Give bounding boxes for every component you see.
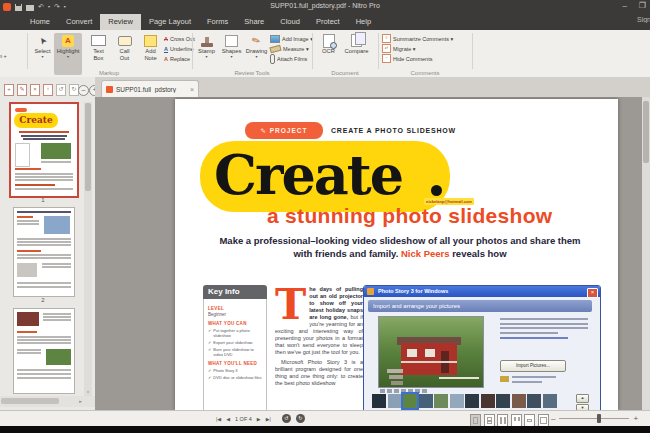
text-box-button[interactable]: Text Box (86, 33, 111, 61)
rotate-left-icon[interactable]: ↺ (56, 84, 66, 96)
article-paragraph-2: Microsoft Photo Story 3 is a brilliant p… (275, 359, 363, 387)
rotate-view-right-button[interactable]: ↻ (296, 414, 305, 423)
replace-button[interactable]: A Replace (164, 54, 190, 63)
document-view: ✎ PROJECT CREATE A PHOTO SLIDESHOW Creat… (95, 97, 642, 410)
thumbnail-zoom-out-icon[interactable]: – (78, 85, 89, 96)
window-title: SUPP01.full_pdstory.pdf - Nitro Pro (0, 2, 650, 9)
hide-comments-icon: − (382, 54, 391, 63)
tab-review[interactable]: Review (100, 14, 141, 30)
camera-caption (512, 376, 556, 385)
paperclip-icon (270, 54, 275, 64)
migrate-button[interactable]: ⇄ Migrate ▾ (382, 44, 416, 53)
measure-icon (269, 44, 281, 53)
thumb-headline: Create (14, 113, 58, 128)
zoom-control: – + (551, 414, 638, 423)
close-document-icon[interactable]: × (190, 86, 194, 93)
review-tools-group-label: Review Tools (194, 70, 310, 76)
tab-forms[interactable]: Forms (199, 14, 236, 30)
scroll-down-icon[interactable]: ∨ (84, 387, 92, 396)
markup-group: ➤ Select ▾ A Highlight ▾ Text Box Call O… (28, 30, 190, 77)
level-value: Beginner (208, 312, 262, 317)
level-label: LEVEL (208, 306, 262, 311)
tab-convert[interactable]: Convert (58, 14, 100, 30)
subtitle: a stunning photo slideshow (267, 204, 552, 228)
measure-button[interactable]: Measure ▾ (270, 44, 309, 53)
scroll-right-icon[interactable]: ▸ (76, 397, 85, 406)
pencil-icon: ✎ (261, 127, 267, 134)
underline-icon: A (164, 46, 168, 52)
summarize-comments-button[interactable]: ≡ Summarize Comments ▾ (382, 34, 453, 43)
thumbnail-zoom-in-icon[interactable]: + (89, 85, 95, 96)
page-number-1: 1 (8, 197, 78, 203)
document-scrollbar[interactable] (642, 97, 650, 410)
tab-protect[interactable]: Protect (308, 14, 348, 30)
zoom-out-button[interactable]: – (551, 414, 555, 423)
title-bar: ↶ ▾ ↷ ▾ SUPP01.full_pdstory.pdf - Nitro … (0, 0, 650, 14)
rotate-view-left-button[interactable]: ↺ (282, 414, 291, 423)
attach-files-button[interactable]: Attach Films (270, 54, 307, 63)
compare-button[interactable]: Compare (344, 33, 369, 55)
thumbnails-vertical-scrollbar[interactable]: ∨ (84, 102, 92, 396)
call-out-button[interactable]: Call Out (112, 33, 137, 61)
can-item: ✓Put together a photo slideshow (208, 328, 262, 338)
page-navigation: |◀ ◀ 1 OF 4 ▶ ▶| ↺ ↻ (216, 414, 305, 423)
filmstrip-arrows: ▲ ▼ (576, 394, 588, 410)
stamp-button[interactable]: Stamp ▾ (194, 33, 219, 59)
select-button[interactable]: ➤ Select ▾ (30, 33, 55, 59)
tab-share[interactable]: Share (236, 14, 272, 30)
highlight-button[interactable]: A Highlight ▾ (54, 33, 82, 75)
tab-cloud[interactable]: Cloud (272, 14, 308, 30)
shapes-button[interactable]: Shapes ▾ (219, 33, 244, 59)
filmstrip (372, 394, 557, 408)
sign-label[interactable]: Sign (637, 16, 650, 23)
pages-panel: + ✎ × ↑ ↺ ↻ – + Create 1 (0, 77, 95, 410)
add-image-button[interactable]: Add Image ▾ (270, 34, 313, 43)
last-page-button[interactable]: ▶| (266, 416, 271, 422)
zoom-tool[interactable]: Zoom + (0, 52, 24, 61)
tab-home[interactable]: Home (22, 14, 58, 30)
page-thumbnail-2[interactable] (13, 207, 75, 297)
thumbnails-horizontal-scrollbar[interactable]: ▸ (0, 396, 95, 407)
ocr-button[interactable]: OCR (316, 33, 341, 55)
headline-highlight: Create (200, 141, 450, 212)
photo-story-screenshot: Photo Story 3 for Windows × Import and a… (363, 285, 601, 410)
bottom-black-strip (0, 426, 650, 433)
help-link (500, 337, 568, 339)
first-page-button[interactable]: |◀ (216, 416, 221, 422)
typewriter-tool[interactable]: Typewriter (0, 43, 24, 52)
drawing-button[interactable]: ✎ Drawing ▾ (244, 33, 269, 59)
next-page-button[interactable]: ▶ (257, 416, 261, 422)
hand-tool[interactable]: Hand (0, 34, 24, 43)
dialog-title-bar: Photo Story 3 for Windows (364, 286, 600, 297)
need-label: WHAT YOU'LL NEED (208, 361, 262, 366)
document-tab[interactable]: SUPP01.full_pdstory × (101, 80, 199, 97)
zoom-slider-handle[interactable] (597, 414, 601, 423)
minimize-button[interactable]: – (622, 1, 626, 10)
document-tab-bar: SUPP01.full_pdstory × (95, 77, 650, 97)
drawing-pencil-icon: ✎ (250, 34, 262, 48)
page-thumbnail-1[interactable]: Create (9, 102, 79, 198)
dialog-instructions (500, 318, 588, 339)
restore-button[interactable]: ❐ (639, 1, 646, 10)
page-number-2: 2 (8, 297, 78, 303)
dialog-close-icon: × (587, 288, 598, 298)
comments-group-label: Comments (380, 70, 470, 76)
tab-page-layout[interactable]: Page Layout (141, 14, 199, 30)
tab-help[interactable]: Help (348, 14, 379, 30)
cross-out-button[interactable]: A Cross Out (164, 34, 195, 43)
document-group-label: Document (314, 70, 376, 76)
edit-page-icon[interactable]: ✎ (17, 84, 27, 96)
page-thumbnail-3[interactable] (13, 308, 75, 394)
add-note-icon (144, 35, 157, 47)
hide-comments-button[interactable]: − Hide Comments (382, 54, 432, 63)
insert-page-icon[interactable]: + (4, 84, 14, 96)
previous-page-button[interactable]: ◀ (226, 416, 230, 422)
delete-page-icon[interactable]: × (30, 84, 40, 96)
underline-button[interactable]: A Underline (164, 44, 194, 53)
dialog-step-header: Import and arrange your pictures (368, 300, 592, 312)
zoom-slider[interactable] (559, 418, 629, 419)
extract-page-icon[interactable]: ↑ (43, 84, 53, 96)
zoom-in-button[interactable]: + (633, 414, 638, 423)
add-note-button[interactable]: Add Note (138, 33, 163, 61)
tools-group-clipped: Hand Typewriter Zoom + (0, 34, 24, 61)
